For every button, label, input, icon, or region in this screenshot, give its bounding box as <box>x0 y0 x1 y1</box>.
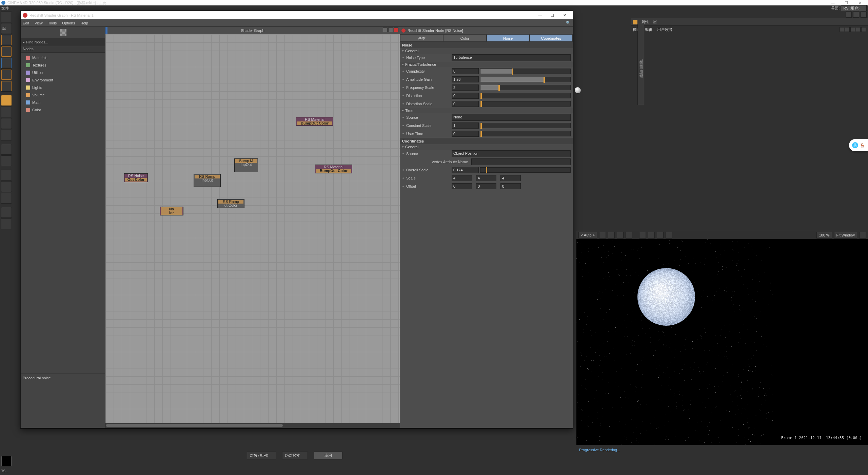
tab-coordinates[interactable]: Coordinates <box>530 34 573 42</box>
layout-dropdown[interactable]: RS (用户) <box>841 5 867 12</box>
ampgain-field[interactable]: 1.26 <box>452 76 479 82</box>
tree-item[interactable]: Environment <box>23 76 103 84</box>
coord-source-dropdown[interactable]: Object Position <box>452 150 571 157</box>
model-mode-icon[interactable] <box>1 95 12 106</box>
extra-icon-4[interactable] <box>1 207 12 218</box>
node-bump[interactable]: Bump M InpOut <box>234 158 258 172</box>
usertime-field[interactable]: 0 <box>452 131 479 137</box>
node-rs-ramp[interactable]: RS Ramp InpOut <box>194 174 221 187</box>
subhead-time[interactable]: Time <box>400 108 573 113</box>
offset-y-field[interactable]: 0 <box>476 183 496 189</box>
shader-window-titlebar[interactable]: Redshift Shader Graph - RS Material.1 — … <box>21 11 573 19</box>
offset-x-field[interactable]: 0 <box>452 183 472 189</box>
subhead-general[interactable]: General <box>400 48 573 54</box>
freqscale-field[interactable]: 2 <box>452 84 479 91</box>
node-noise-2[interactable]: No ior <box>160 207 183 215</box>
render-b-icon[interactable] <box>648 232 655 239</box>
time-source-dropdown[interactable]: None <box>452 114 571 121</box>
overall-scale-field[interactable]: 0.174 <box>452 167 479 173</box>
render-d-icon[interactable] <box>666 232 672 239</box>
edit-menu[interactable]: 编辑 <box>645 27 652 32</box>
render-snow-icon[interactable] <box>617 232 624 239</box>
render-auto-dropdown[interactable]: < Auto > <box>578 232 597 239</box>
usertime-slider[interactable] <box>480 131 571 136</box>
os-minimize-button[interactable]: — <box>826 1 840 5</box>
render-fit-dropdown[interactable]: Fit Window <box>834 232 857 239</box>
move-icon[interactable] <box>1 46 12 57</box>
rotate-icon[interactable] <box>1 81 12 92</box>
vattr-field[interactable] <box>471 158 571 165</box>
nav-next-icon[interactable] <box>850 27 855 32</box>
search-icon[interactable] <box>846 12 852 18</box>
tree-item[interactable]: Materials <box>23 54 103 61</box>
distortion-field[interactable]: 0 <box>452 93 479 99</box>
scale-icon[interactable] <box>1 69 12 80</box>
scale-y-field[interactable]: 4 <box>476 175 496 181</box>
overall-scale-slider[interactable] <box>480 167 571 173</box>
ampgain-slider[interactable] <box>480 77 571 82</box>
axis-icon[interactable] <box>1 107 12 117</box>
shader-minimize-button[interactable]: — <box>534 13 546 17</box>
object-mode-dropdown[interactable]: 对象 (相对) <box>247 452 276 459</box>
edge-mode-icon[interactable] <box>1 130 12 140</box>
distortion-slider[interactable] <box>480 93 571 98</box>
nav-up-icon[interactable] <box>845 27 850 32</box>
scale-z-field[interactable]: 4 <box>500 175 521 181</box>
tab-layers[interactable]: 层 <box>653 19 657 24</box>
nav-menu-icon[interactable] <box>861 27 866 32</box>
tree-item[interactable]: Color <box>23 106 103 114</box>
os-maximize-button[interactable]: ☐ <box>840 1 853 5</box>
canvas-opt-icon-2[interactable] <box>388 27 393 32</box>
render-gear-icon[interactable] <box>859 232 866 239</box>
complexity-slider[interactable] <box>480 69 571 74</box>
distscale-slider[interactable] <box>480 101 571 107</box>
material-thumb[interactable] <box>1 456 12 466</box>
render-lock-icon[interactable] <box>599 232 606 239</box>
node-rs-material-1[interactable]: RS Material BumpOut Color <box>296 117 333 126</box>
shader-canvas[interactable]: Shader Graph RS Noise Out Color <box>105 27 400 428</box>
node-rs-ramp-2[interactable]: RS Ramp ut Color <box>217 199 244 208</box>
canvas-opt-icon-1[interactable] <box>383 27 388 32</box>
live-select-icon[interactable] <box>1 35 12 45</box>
tree-item[interactable]: Math <box>23 99 103 106</box>
find-nodes-field[interactable]: ▸ Find Nodes... <box>21 38 105 46</box>
shader-maximize-button[interactable]: ☐ <box>546 13 558 18</box>
extra-icon-5[interactable] <box>1 218 12 229</box>
tree-item[interactable]: Utilities <box>23 69 103 76</box>
offset-z-field[interactable]: 0 <box>500 183 521 189</box>
menu-edit[interactable]: Edit <box>23 21 29 25</box>
node-rs-noise[interactable]: RS Noise Out Color <box>124 173 148 182</box>
tree-item[interactable]: Volume <box>23 91 103 99</box>
tab-noise[interactable]: Noise <box>487 34 530 42</box>
point-mode-icon[interactable] <box>1 118 12 129</box>
userdata-menu[interactable]: 用户数据 <box>657 27 672 32</box>
nav-prev-icon[interactable] <box>840 27 844 32</box>
tab-basic[interactable]: 基本 <box>400 34 443 42</box>
extra-icon-3[interactable] <box>1 193 12 204</box>
material-preview[interactable] <box>60 29 66 36</box>
extra-icon-1[interactable] <box>1 170 12 180</box>
workplane-icon[interactable] <box>1 155 12 166</box>
scale-x-field[interactable]: 4 <box>452 175 472 181</box>
tool-button[interactable]: 组 <box>1 23 12 34</box>
menu-options[interactable]: Options <box>62 21 75 25</box>
complexity-field[interactable]: 8 <box>452 68 479 74</box>
node-rs-material-2[interactable]: RS Material BumpOut Color <box>315 165 352 173</box>
canvas-hscrollbar[interactable] <box>105 423 400 428</box>
distscale-field[interactable]: 0 <box>452 101 479 107</box>
freqscale-slider[interactable] <box>480 85 571 90</box>
shader-close-button[interactable]: ✕ <box>558 13 571 18</box>
menu-view[interactable]: View <box>35 21 43 25</box>
constscale-field[interactable]: 1 <box>452 122 479 129</box>
noise-type-dropdown[interactable]: Turbulence <box>452 54 571 61</box>
tree-item[interactable]: Lights <box>23 84 103 91</box>
extra-icon-2[interactable] <box>1 181 12 192</box>
tree-collapse-icon[interactable]: ▸ <box>23 40 25 44</box>
cjk-side-tabs[interactable]: 对象 场景 内容浏览器 <box>637 24 644 105</box>
size-mode-dropdown[interactable]: 绝对尺寸 <box>282 452 308 459</box>
menu-tools[interactable]: Tools <box>48 21 57 25</box>
menu-help[interactable]: Help <box>80 21 88 25</box>
oas-badge[interactable]: 芙 🦌 <box>849 139 868 151</box>
tab-color[interactable]: Color <box>443 34 486 42</box>
subhead-coords-general[interactable]: General <box>400 144 573 150</box>
